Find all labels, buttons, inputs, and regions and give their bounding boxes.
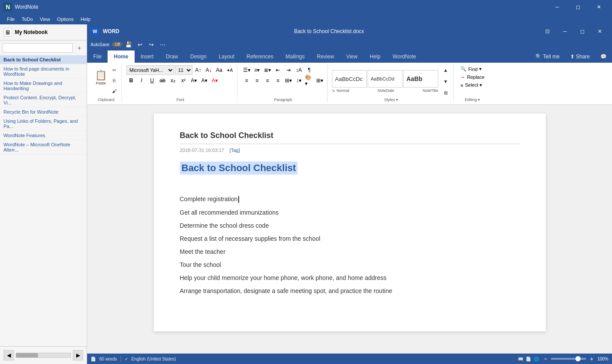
ribbon-tab-layout[interactable]: Layout — [213, 51, 240, 63]
clear-formatting-btn[interactable]: ✦A — [225, 65, 234, 75]
align-center-btn[interactable]: ≡ — [252, 76, 262, 85]
font-grow-btn[interactable]: A↑ — [193, 65, 203, 75]
style-notetitle-btn[interactable]: AaBb — [403, 70, 438, 88]
sidebar-forward-btn[interactable]: ▶ — [73, 350, 83, 361]
text-effect-btn[interactable]: A▾ — [189, 76, 199, 85]
document-meta-tag[interactable]: [Tag] — [230, 148, 240, 153]
clipboard-label[interactable]: Clipboard — [98, 98, 115, 102]
ribbon-tab-file[interactable]: File — [87, 51, 108, 63]
italic-btn[interactable]: I — [137, 76, 146, 85]
sort-btn[interactable]: ↕A — [294, 65, 304, 75]
autosave-toggle[interactable]: Off — [112, 42, 122, 47]
paste-btn[interactable]: 📋 Paste — [93, 65, 108, 90]
sidebar-search-input[interactable] — [3, 43, 73, 53]
select-btn[interactable]: ≡ Select ▾ — [458, 81, 485, 89]
app-close-btn[interactable]: ✕ — [589, 0, 609, 14]
ribbon-tab-help[interactable]: Help — [364, 51, 387, 63]
zoom-out-btn[interactable]: − — [541, 355, 549, 363]
ribbon-comment-btn[interactable]: 💬 — [595, 52, 612, 61]
subscript-btn[interactable]: x₂ — [168, 76, 178, 85]
menu-todo[interactable]: ToDo — [18, 16, 37, 23]
sidebar-item-6[interactable]: WordNote Features — [0, 131, 87, 140]
ribbon-tab-insert[interactable]: Insert — [135, 51, 160, 63]
qa-undo-btn[interactable]: ↩ — [135, 39, 145, 50]
ribbon-tab-review[interactable]: Review — [311, 51, 340, 63]
numbering-btn[interactable]: ≡▾ — [252, 65, 262, 75]
shading-btn[interactable]: 🎨▾ — [304, 76, 314, 85]
border-btn[interactable]: ⊞▾ — [315, 76, 325, 85]
menu-options[interactable]: Options — [54, 16, 77, 23]
ribbon-tab-home[interactable]: Home — [108, 51, 134, 63]
sidebar-scrollbar[interactable] — [16, 353, 71, 358]
sidebar-item-5[interactable]: Using Links of Folders, Pages, and Pa... — [0, 117, 87, 131]
font-color-btn[interactable]: A▾ — [210, 76, 220, 85]
replace-btn[interactable]: ↔ Replace — [458, 74, 487, 81]
status-language[interactable]: English (United States) — [132, 357, 176, 361]
zoom-in-btn[interactable]: + — [588, 355, 595, 363]
sidebar-back-btn[interactable]: ◀ — [3, 350, 14, 361]
app-restore-btn[interactable]: ◻ — [568, 0, 588, 14]
superscript-btn[interactable]: x² — [179, 76, 188, 85]
word-minimize-btn[interactable]: ─ — [556, 24, 574, 38]
sidebar-add-page-btn[interactable]: + — [74, 43, 84, 53]
ribbon-tab-draw[interactable]: Draw — [160, 51, 184, 63]
sidebar-item-0[interactable]: Back to School Checklist — [0, 55, 87, 64]
ribbon-tab-wordnote[interactable]: WordNote — [386, 51, 422, 63]
styles-scroll-down-btn[interactable]: ▼ — [441, 77, 450, 86]
document-area[interactable]: Back to School Checklist 2018-07-31 16:0… — [87, 105, 612, 354]
sidebar-item-7[interactable]: WordNote – Microsoft OneNote Alterr... — [0, 140, 87, 155]
underline-btn[interactable]: U — [147, 76, 157, 85]
font-size-select[interactable]: 11 — [175, 65, 193, 75]
ribbon-tab-mailings[interactable]: Mailings — [279, 51, 311, 63]
cut-btn[interactable]: ✂ — [109, 65, 119, 75]
qa-save-btn[interactable]: 💾 — [123, 39, 134, 50]
format-painter-btn[interactable]: 🖌 — [109, 86, 119, 96]
menu-view[interactable]: View — [36, 16, 54, 23]
editing-label[interactable]: Editing ▾ — [465, 98, 480, 102]
word-layout-btn[interactable]: ⊡ — [539, 24, 556, 38]
find-btn[interactable]: 🔍 Find ▾ — [458, 65, 484, 73]
justify-btn[interactable]: ≡ — [273, 76, 283, 85]
bold-btn[interactable]: B — [126, 76, 136, 85]
style-notedate-btn[interactable]: AaBbCcDd — [368, 70, 402, 88]
styles-expand-btn[interactable]: ⊞ — [441, 88, 450, 98]
menu-file[interactable]: File — [3, 16, 18, 23]
line-spacing-btn[interactable]: ↕▾ — [294, 76, 304, 85]
zoom-level[interactable]: 100% — [597, 357, 609, 361]
strikethrough-btn[interactable]: ab — [158, 76, 167, 85]
font-name-select[interactable]: Microsoft YaH... — [126, 65, 174, 75]
word-close-btn[interactable]: ✕ — [591, 24, 609, 38]
sidebar-item-2[interactable]: How to Make Drawings and Handwriting — [0, 79, 87, 93]
sidebar-item-1[interactable]: How to find page documents in WordNote — [0, 64, 87, 79]
sidebar-item-3[interactable]: Protect Content. Encrypt, Decrypt, Vi... — [0, 93, 87, 108]
ribbon-tellme-btn[interactable]: 🔍 Tell me — [530, 52, 565, 61]
ribbon-tab-references[interactable]: References — [240, 51, 279, 63]
bullets-btn[interactable]: ☰▾ — [242, 65, 251, 75]
font-case-btn[interactable]: Aa — [214, 65, 224, 75]
text-highlight-btn[interactable]: A▾ — [199, 76, 209, 85]
multilevel-btn[interactable]: ≣▾ — [263, 65, 272, 75]
ribbon-tab-design[interactable]: Design — [184, 51, 213, 63]
align-right-btn[interactable]: ≡ — [263, 76, 272, 85]
copy-btn[interactable]: ⎘ — [109, 76, 119, 85]
align-left-btn[interactable]: ≡ — [242, 76, 251, 85]
status-view-btn-read[interactable]: 📖 — [518, 357, 523, 361]
styles-label[interactable]: Styles ▾ — [384, 98, 398, 102]
increase-indent-btn[interactable]: ⇥ — [284, 65, 293, 75]
ribbon-tab-view[interactable]: View — [340, 51, 364, 63]
qa-redo-btn[interactable]: ↪ — [146, 39, 156, 50]
font-label[interactable]: Font — [176, 98, 184, 102]
font-shrink-btn[interactable]: A↓ — [204, 65, 213, 75]
decrease-indent-btn[interactable]: ⇤ — [273, 65, 283, 75]
menu-help[interactable]: Help — [77, 16, 94, 23]
app-minimize-btn[interactable]: ─ — [548, 0, 567, 14]
style-normal-btn[interactable]: AaBbCcDc — [332, 70, 367, 88]
word-restore-btn[interactable]: ◻ — [574, 24, 591, 38]
zoom-slider[interactable] — [551, 358, 586, 360]
status-view-btn-web[interactable]: 🌐 — [534, 357, 539, 361]
styles-scroll-up-btn[interactable]: ▲ — [441, 65, 450, 75]
paragraph-label[interactable]: Paragraph — [274, 98, 292, 102]
column-btn[interactable]: ⊞▾ — [284, 76, 293, 85]
ribbon-share-btn[interactable]: ⬆ Share — [565, 52, 595, 61]
status-words[interactable]: 60 words — [99, 357, 117, 361]
